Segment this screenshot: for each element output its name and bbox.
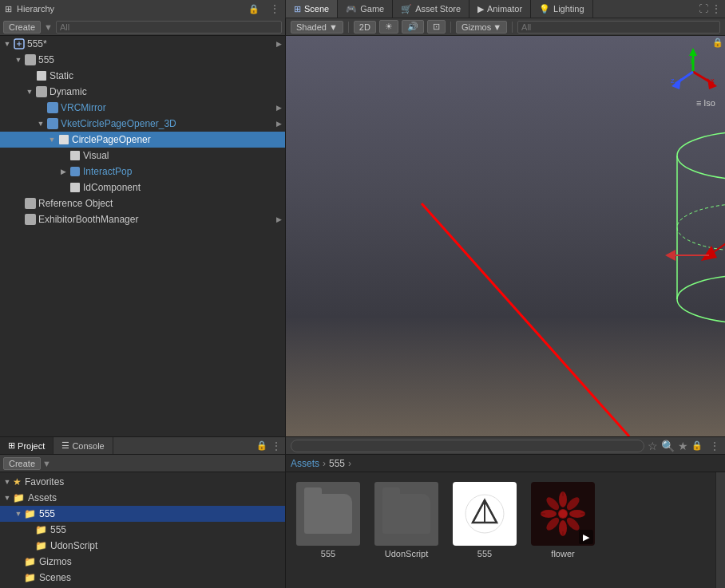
project-item-favorites[interactable]: ★ Favorites xyxy=(0,474,285,490)
tab-asset-store[interactable]: 🛒 Asset Store xyxy=(393,0,469,18)
folder-icon: 📁 xyxy=(13,492,25,503)
hierarchy-search[interactable] xyxy=(56,21,282,34)
2d-toggle[interactable]: 2D xyxy=(354,21,376,34)
asset-item-unity-555[interactable]: 555 xyxy=(449,479,521,562)
svg-point-42 xyxy=(559,510,567,518)
project-item-scenes[interactable]: 📁 Scenes xyxy=(0,570,285,586)
asset-label: 555 xyxy=(477,549,492,558)
scene-canvas[interactable]: y x z ≡ Iso 🔒 xyxy=(286,36,725,436)
tree-item-static[interactable]: Static xyxy=(0,68,285,84)
tree-item-vketcircle[interactable]: VketCirclePageOpener_3D ▶ xyxy=(0,116,285,132)
go-icon-tree xyxy=(69,181,81,194)
asset-breadcrumb: Assets › 555 › xyxy=(286,455,725,472)
go-icon-tree xyxy=(24,213,37,226)
tree-item-dynamic[interactable]: Dynamic xyxy=(0,84,285,100)
asset-grid: 555 UdonScript xyxy=(286,472,715,588)
project-panel: ⊞ Project ☰ Console 🔒 ⋮ Create ▼ ★ Favor… xyxy=(0,437,286,588)
project-options[interactable]: ⋮ xyxy=(271,440,282,452)
audio-toggle[interactable]: 🔊 xyxy=(402,20,424,34)
tree-label: IdComponent xyxy=(83,182,141,193)
tab-console[interactable]: ☰ Console xyxy=(53,437,113,454)
tree-item-exhibitor[interactable]: ExhibitorBoothManager ▶ xyxy=(0,211,285,227)
shaded-dropdown[interactable]: Shaded ▼ xyxy=(291,21,343,34)
svg-point-41 xyxy=(545,495,561,512)
project-item-gizmos[interactable]: 📁 Gizmos xyxy=(0,554,285,570)
tree-label: Visual xyxy=(83,150,109,161)
tree-item-visual[interactable]: Visual xyxy=(0,148,285,164)
view-gizmo[interactable]: y x z xyxy=(669,48,717,98)
asset-thumb xyxy=(453,482,517,546)
project-item-555-sub[interactable]: 📁 555 xyxy=(0,522,285,538)
scene-icon: ⊞ xyxy=(294,4,301,14)
svg-text:y: y xyxy=(690,56,694,64)
asset-toolbar: ☆ 🔍 ★ 🔒 ⋮ xyxy=(286,437,725,455)
search-icon[interactable]: 🔍 xyxy=(661,440,675,452)
asset-search-input[interactable] xyxy=(291,440,644,452)
tree-item-reference-object[interactable]: Reference Object xyxy=(0,195,285,211)
tree-item-idcomponent[interactable]: IdComponent xyxy=(0,180,285,195)
asset-item-folder-udonscript[interactable]: UdonScript xyxy=(370,479,442,562)
tree-item-scene-root[interactable]: 555* ▶ xyxy=(0,36,285,52)
asset-options[interactable]: ⋮ xyxy=(709,440,720,452)
breadcrumb-assets[interactable]: Assets xyxy=(291,458,319,469)
tree-item-vrcmirror[interactable]: VRCMirror ▶ xyxy=(0,100,285,116)
project-create-btn[interactable]: Create xyxy=(3,457,41,470)
gizmo-svg: y x z xyxy=(669,48,717,96)
tree-label: 555 xyxy=(50,524,66,535)
image-toggle[interactable]: ⊡ xyxy=(427,20,446,34)
separator xyxy=(512,22,513,33)
store-icon: 🛒 xyxy=(401,4,412,14)
project-item-assets[interactable]: 📁 Assets xyxy=(0,490,285,506)
tree-label: 555 xyxy=(39,508,55,519)
tab-animator[interactable]: ▶ Animator xyxy=(469,0,531,18)
arrow-down xyxy=(13,56,24,64)
more-icon: ▶ xyxy=(276,120,285,128)
tree-label: 555 xyxy=(38,54,54,65)
project-item-555[interactable]: 📁 555 xyxy=(0,506,285,522)
menu-icon: ≡ xyxy=(696,98,701,108)
star-filter-icon[interactable]: ★ xyxy=(678,440,688,452)
tree-label: 555* xyxy=(27,38,47,49)
svg-point-39 xyxy=(545,515,561,532)
hierarchy-toolbar: Create ▼ xyxy=(0,18,285,36)
hierarchy-create-btn[interactable]: Create xyxy=(3,21,41,34)
tree-label: VRCMirror xyxy=(61,102,106,113)
light-icon: ☀ xyxy=(385,22,393,32)
asset-item-flower[interactable]: ▶ flower xyxy=(527,479,599,562)
project-tabs: ⊞ Project ☰ Console 🔒 ⋮ xyxy=(0,437,285,455)
gizmos-btn[interactable]: Gizmos ▼ xyxy=(456,21,507,34)
tree-item-circlepageopener[interactable]: CirclePageOpener xyxy=(0,132,285,148)
separator xyxy=(450,22,451,33)
tab-scene[interactable]: ⊞ Scene xyxy=(286,0,338,18)
scene-search[interactable] xyxy=(517,21,720,34)
hierarchy-tree: 555* ▶ 555 Static Dynamic xyxy=(0,36,285,436)
image-icon: ⊡ xyxy=(433,22,440,32)
favorite-icon[interactable]: ☆ xyxy=(648,440,658,452)
maximize-icon[interactable]: ⛶ xyxy=(699,3,708,14)
tree-item-555[interactable]: 555 xyxy=(0,52,285,68)
hierarchy-options[interactable]: ⋮ xyxy=(264,2,285,15)
asset-scrollbar[interactable] xyxy=(715,472,725,588)
asset-item-folder-555[interactable]: 555 xyxy=(292,479,364,562)
tree-label: VketCirclePageOpener_3D xyxy=(61,118,176,129)
dropdown-arrow: ▼ xyxy=(329,22,338,32)
tab-lighting[interactable]: 💡 Lighting xyxy=(531,0,593,18)
arrow-down xyxy=(24,88,35,96)
light-toggle[interactable]: ☀ xyxy=(379,20,398,34)
tab-project[interactable]: ⊞ Project xyxy=(0,437,53,454)
main-layout: Create ▼ 555* ▶ 555 xyxy=(0,18,725,436)
project-tree: ★ Favorites 📁 Assets 📁 555 📁 555 xyxy=(0,472,285,588)
tab-game[interactable]: 🎮 Game xyxy=(338,0,393,18)
svg-marker-18 xyxy=(689,48,697,56)
hierarchy-lock: 🔒 xyxy=(244,4,264,14)
svg-point-7 xyxy=(677,203,725,251)
go-icon-tree xyxy=(24,53,37,66)
tree-label: ExhibitorBoothManager xyxy=(38,214,138,225)
go-icon-tree xyxy=(24,197,37,210)
panel-close-top[interactable]: ⋮ xyxy=(711,2,722,15)
asset-content: 555 UdonScript xyxy=(286,472,725,588)
tree-item-interactpop[interactable]: InteractPop xyxy=(0,164,285,180)
top-tab-bar: ⊞ Hierarchy 🔒 ⋮ ⊞ Scene 🎮 Game 🛒 Asset S… xyxy=(0,0,725,18)
asset-browser: ☆ 🔍 ★ 🔒 ⋮ Assets › 555 › 555 xyxy=(286,437,725,588)
project-item-udonscript[interactable]: 📁 UdonScript xyxy=(0,538,285,554)
